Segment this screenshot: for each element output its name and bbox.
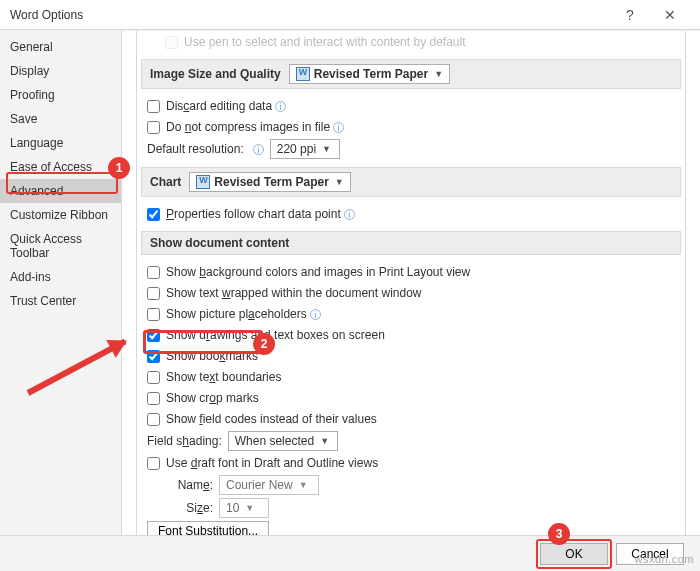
section-chart: Chart Revised Term Paper ▼ xyxy=(141,167,681,197)
pic-checkbox[interactable] xyxy=(147,308,160,321)
bookmarks-label: Show bookmarks xyxy=(166,349,258,363)
crop-label: Show crop marks xyxy=(166,391,259,405)
section-chart-title: Chart xyxy=(150,175,181,189)
bg-checkbox[interactable] xyxy=(147,266,160,279)
word-doc-icon xyxy=(296,67,310,81)
field-shading-value: When selected xyxy=(235,434,314,448)
info-icon[interactable]: i xyxy=(344,209,355,220)
default-resolution-row: Default resolution: i 220 ppi ▼ xyxy=(147,139,675,159)
font-name-value: Courier New xyxy=(226,478,293,492)
bookmarks-checkbox[interactable] xyxy=(147,350,160,363)
chart-prop-row: Properties follow chart data point i xyxy=(147,205,675,223)
discard-row: Discard editing data i xyxy=(147,97,675,115)
pen-checkbox[interactable] xyxy=(165,36,178,49)
field-codes-checkbox[interactable] xyxy=(147,413,160,426)
font-substitution-button[interactable]: Font Substitution... xyxy=(147,521,269,535)
chevron-down-icon: ▼ xyxy=(434,69,443,79)
sidebar-item-language[interactable]: Language xyxy=(0,131,121,155)
settings-panel: Use pen to select and interact with cont… xyxy=(136,31,686,535)
sidebar-item-add-ins[interactable]: Add-ins xyxy=(0,265,121,289)
sidebar: General Display Proofing Save Language E… xyxy=(0,31,122,535)
chevron-down-icon: ▼ xyxy=(320,436,329,446)
info-icon[interactable]: i xyxy=(275,101,286,112)
word-doc-icon xyxy=(196,175,210,189)
info-icon[interactable]: i xyxy=(310,309,321,320)
chart-doc-dropdown[interactable]: Revised Term Paper ▼ xyxy=(189,172,350,192)
draft-font-label: Use draft font in Draft and Outline view… xyxy=(166,456,378,470)
section-image-size: Image Size and Quality Revised Term Pape… xyxy=(141,59,681,89)
image-size-doc-label: Revised Term Paper xyxy=(314,67,429,81)
default-resolution-value: 220 ppi xyxy=(277,142,316,156)
section-show-document-title: Show document content xyxy=(150,236,289,250)
window-title: Word Options xyxy=(10,8,610,22)
dialog-body: General Display Proofing Save Language E… xyxy=(0,30,700,535)
field-shading-dropdown[interactable]: When selected ▼ xyxy=(228,431,338,451)
font-name-dropdown[interactable]: Courier New ▼ xyxy=(219,475,319,495)
pic-label: Show picture placeholders xyxy=(166,307,307,321)
sidebar-item-ease-of-access[interactable]: Ease of Access xyxy=(0,155,121,179)
bg-label: Show background colors and images in Pri… xyxy=(166,265,470,279)
default-resolution-label: Default resolution: xyxy=(147,142,244,156)
font-size-label: Size: xyxy=(167,501,213,515)
chevron-down-icon: ▼ xyxy=(299,480,308,490)
chart-prop-checkbox[interactable] xyxy=(147,208,160,221)
wrap-checkbox[interactable] xyxy=(147,287,160,300)
pen-label: Use pen to select and interact with cont… xyxy=(184,35,466,49)
chart-prop-label: Properties follow chart data point xyxy=(166,207,341,221)
text-bound-label: Show text boundaries xyxy=(166,370,281,384)
sidebar-item-customize-ribbon[interactable]: Customize Ribbon xyxy=(0,203,121,227)
section-image-size-title: Image Size and Quality xyxy=(150,67,281,81)
no-compress-row: Do not compress images in file i xyxy=(147,118,675,136)
discard-editing-checkbox[interactable] xyxy=(147,100,160,113)
content-area: Use pen to select and interact with cont… xyxy=(122,31,700,535)
info-icon[interactable]: i xyxy=(253,144,264,155)
draft-font-checkbox[interactable] xyxy=(147,457,160,470)
sidebar-item-save[interactable]: Save xyxy=(0,107,121,131)
field-codes-label: Show field codes instead of their values xyxy=(166,412,377,426)
ok-button[interactable]: OK xyxy=(540,543,608,565)
chart-doc-label: Revised Term Paper xyxy=(214,175,329,189)
info-icon[interactable]: i xyxy=(333,122,344,133)
sidebar-item-general[interactable]: General xyxy=(0,35,121,59)
sidebar-item-trust-center[interactable]: Trust Center xyxy=(0,289,121,313)
sidebar-item-advanced[interactable]: Advanced xyxy=(0,179,121,203)
sidebar-item-label: Advanced xyxy=(10,184,63,198)
title-bar: Word Options ? ✕ xyxy=(0,0,700,30)
draw-label: Show drawings and text boxes on screen xyxy=(166,328,385,342)
wrap-label: Show text wrapped within the document wi… xyxy=(166,286,421,300)
default-resolution-dropdown[interactable]: 220 ppi ▼ xyxy=(270,139,340,159)
font-size-dropdown[interactable]: 10 ▼ xyxy=(219,498,269,518)
discard-label: Discard editing data xyxy=(166,99,272,113)
chevron-down-icon: ▼ xyxy=(335,177,344,187)
font-size-value: 10 xyxy=(226,501,239,515)
font-name-label: Name: xyxy=(167,478,213,492)
truncated-option: Use pen to select and interact with cont… xyxy=(165,33,675,51)
close-button[interactable]: ✕ xyxy=(650,7,690,23)
text-bound-checkbox[interactable] xyxy=(147,371,160,384)
field-shading-label: Field shading: xyxy=(147,434,222,448)
draw-checkbox[interactable] xyxy=(147,329,160,342)
no-compress-checkbox[interactable] xyxy=(147,121,160,134)
help-button[interactable]: ? xyxy=(610,7,650,23)
chevron-down-icon: ▼ xyxy=(322,144,331,154)
cancel-button[interactable]: Cancel xyxy=(616,543,684,565)
chevron-down-icon: ▼ xyxy=(245,503,254,513)
sidebar-item-quick-access-toolbar[interactable]: Quick Access Toolbar xyxy=(0,227,121,265)
dialog-footer: OK Cancel xyxy=(0,535,700,571)
image-size-doc-dropdown[interactable]: Revised Term Paper ▼ xyxy=(289,64,450,84)
sidebar-item-proofing[interactable]: Proofing xyxy=(0,83,121,107)
no-compress-label: Do not compress images in file xyxy=(166,120,330,134)
crop-checkbox[interactable] xyxy=(147,392,160,405)
section-show-document: Show document content xyxy=(141,231,681,255)
sidebar-item-display[interactable]: Display xyxy=(0,59,121,83)
